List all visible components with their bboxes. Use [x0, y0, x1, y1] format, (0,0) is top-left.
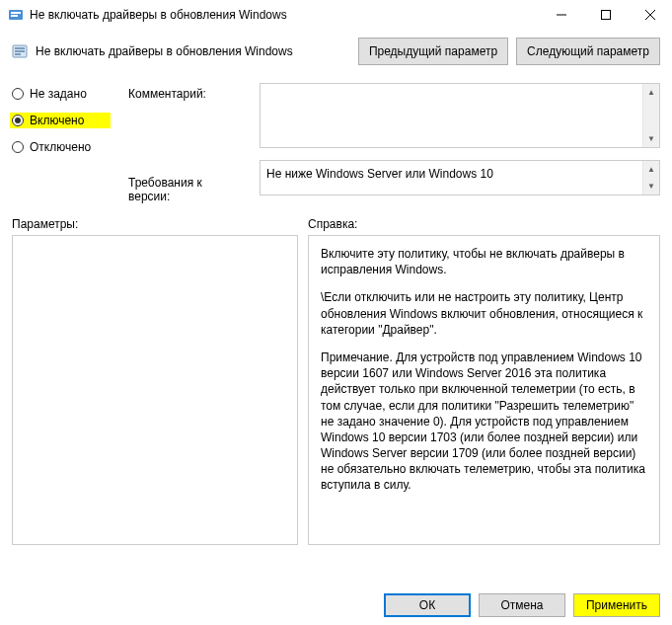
next-setting-button[interactable]: Следующий параметр — [516, 38, 660, 65]
scroll-down-icon[interactable]: ▼ — [643, 130, 660, 147]
close-button[interactable] — [628, 0, 672, 30]
comment-value — [266, 88, 638, 143]
svg-rect-2 — [11, 15, 18, 17]
svg-rect-8 — [15, 47, 25, 49]
maximize-button[interactable] — [583, 0, 628, 30]
scrollbar[interactable]: ▲ ▼ — [642, 84, 659, 147]
parameters-panel — [12, 235, 298, 545]
settings-area: Не задано Включено Отключено Комментарий… — [0, 73, 672, 203]
scroll-up-icon[interactable]: ▲ — [643, 84, 660, 101]
header-row: Не включать драйверы в обновления Window… — [0, 30, 672, 73]
help-paragraph: Включите эту политику, чтобы не включать… — [321, 246, 647, 277]
help-label: Справка: — [308, 217, 660, 231]
help-paragraph: \Если отключить или не настроить эту пол… — [321, 289, 647, 338]
svg-line-5 — [645, 10, 655, 20]
radio-icon — [12, 141, 24, 153]
cancel-button[interactable]: Отмена — [479, 593, 565, 617]
radio-label: Не задано — [30, 87, 87, 101]
help-paragraph: Примечание. Для устройств под управление… — [321, 350, 647, 494]
svg-rect-4 — [601, 11, 610, 20]
parameters-label: Параметры: — [12, 217, 298, 231]
radio-group: Не задано Включено Отключено — [12, 83, 111, 203]
comment-textbox[interactable]: ▲ ▼ — [260, 83, 660, 148]
radio-disabled[interactable]: Отключено — [12, 140, 111, 154]
svg-rect-9 — [15, 50, 25, 52]
footer-buttons: ОК Отмена Применить — [384, 593, 660, 617]
requirements-textbox: Не ниже Windows Server или Windows 10 ▲ … — [260, 160, 660, 195]
app-icon — [8, 7, 24, 23]
radio-enabled[interactable]: Включено — [10, 113, 111, 128]
requirements-value: Не ниже Windows Server или Windows 10 — [266, 165, 638, 191]
scroll-down-icon[interactable]: ▼ — [643, 178, 660, 195]
comment-label: Комментарий: — [128, 87, 242, 101]
svg-rect-10 — [15, 53, 21, 55]
window-controls — [539, 0, 672, 30]
scrollbar[interactable]: ▲ ▼ — [642, 161, 659, 195]
ok-button[interactable]: ОК — [384, 593, 471, 617]
radio-not-configured[interactable]: Не задано — [12, 87, 111, 101]
panels-labels: Параметры: Справка: — [0, 203, 672, 235]
help-panel: Включите эту политику, чтобы не включать… — [308, 235, 660, 545]
titlebar: Не включать драйверы в обновления Window… — [0, 0, 672, 30]
label-column: Комментарий: Требования к версии: — [128, 83, 242, 203]
svg-line-6 — [645, 10, 655, 20]
requirements-label: Требования к версии: — [128, 176, 242, 203]
radio-icon — [12, 115, 24, 126]
policy-title: Не включать драйверы в обновления Window… — [36, 44, 293, 58]
minimize-button[interactable] — [539, 0, 583, 30]
radio-label: Отключено — [30, 140, 91, 154]
svg-rect-1 — [11, 12, 21, 14]
apply-button[interactable]: Применить — [573, 593, 660, 617]
scroll-up-icon[interactable]: ▲ — [643, 161, 660, 178]
previous-setting-button[interactable]: Предыдущий параметр — [358, 38, 508, 65]
radio-label: Включено — [30, 114, 84, 127]
window-title: Не включать драйверы в обновления Window… — [30, 8, 287, 22]
radio-icon — [12, 88, 24, 100]
policy-icon — [12, 43, 28, 59]
panels: Включите эту политику, чтобы не включать… — [0, 235, 672, 545]
fields-column: ▲ ▼ Не ниже Windows Server или Windows 1… — [260, 83, 660, 203]
